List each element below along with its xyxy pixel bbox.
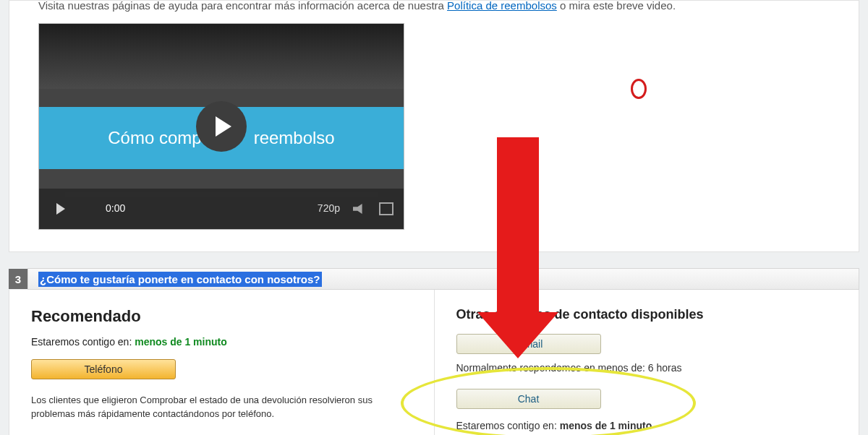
play-icon (216, 116, 231, 137)
help-text: Visita nuestras páginas de ayuda para en… (38, 0, 830, 13)
email-response-text: Normalmente respondemos en menos de: 6 h… (456, 361, 838, 376)
volume-icon[interactable] (353, 204, 366, 214)
step3-title: ¿Cómo te gustaría ponerte en contacto co… (38, 272, 322, 287)
play-small-icon[interactable] (56, 203, 65, 215)
step-number: 3 (9, 269, 27, 289)
video-player[interactable]: Cómo comp reembolso 0:00 720p (38, 23, 404, 230)
play-button[interactable] (196, 101, 247, 152)
other-options-column: Otras opciones de contacto disponibles E… (435, 290, 859, 435)
video-controls: 0:00 720p (39, 189, 404, 229)
email-button[interactable]: E-mail (456, 334, 601, 354)
recommended-heading: Recomendado (31, 306, 412, 328)
fullscreen-icon[interactable] (379, 202, 393, 215)
phone-wait-text: Estaremos contigo en: menos de 1 minuto (31, 335, 412, 350)
video-quality[interactable]: 720p (318, 202, 340, 216)
step3-header: 3 ¿Cómo te gustaría ponerte en contacto … (9, 268, 859, 290)
other-options-heading: Otras opciones de contacto disponibles (456, 306, 838, 324)
recommended-column: Recomendado Estaremos contigo en: menos … (9, 290, 435, 435)
chat-button[interactable]: Chat (456, 389, 601, 409)
recommended-note: Los clientes que eligieron Comprobar el … (31, 394, 400, 420)
phone-button[interactable]: Teléfono (31, 359, 176, 379)
refund-policy-link[interactable]: Política de reembolsos (447, 0, 557, 12)
chat-wait-text: Estaremos contigo en: menos de 1 minuto (456, 419, 838, 434)
video-time: 0:00 (106, 202, 125, 216)
video-thumb-top (39, 24, 404, 89)
